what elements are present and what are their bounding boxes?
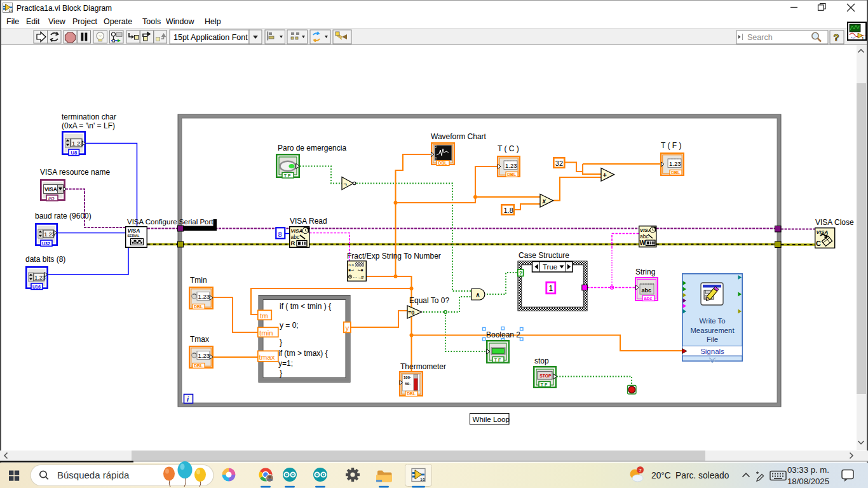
svg-text:T ( C ): T ( C )	[498, 144, 519, 153]
svg-text:y = 0;: y = 0;	[280, 321, 299, 330]
svg-text:C: C	[816, 240, 821, 247]
svg-text:Window: Window	[166, 17, 194, 26]
svg-text:if ( tm < tmin ) {: if ( tm < tmin ) {	[280, 302, 331, 311]
svg-text:VISA: VISA	[44, 186, 57, 193]
svg-text:1.8: 1.8	[504, 207, 513, 214]
svg-text:tm: tm	[260, 312, 268, 320]
svg-text:VISA resource name: VISA resource name	[40, 168, 110, 177]
svg-text:x: x	[542, 198, 546, 205]
svg-text:Paro de emergencia: Paro de emergencia	[278, 144, 346, 152]
svg-text:abc: abc	[644, 295, 653, 301]
svg-text:String: String	[635, 268, 655, 276]
svg-text:DBL: DBL	[507, 172, 516, 177]
svg-text:File: File	[6, 17, 19, 26]
svg-text:(0xA = '\n' = LF): (0xA = '\n' = LF)	[62, 121, 115, 130]
svg-text:1.23: 1.23	[34, 274, 46, 281]
svg-text:#: #	[361, 274, 364, 280]
svg-text:Measurement: Measurement	[690, 327, 735, 334]
svg-text:baud rate (9600): baud rate (9600)	[35, 212, 92, 220]
svg-text:DBL: DBL	[438, 161, 447, 165]
svg-text:Help: Help	[205, 17, 221, 26]
svg-text:?: ?	[834, 32, 839, 43]
svg-text:Tmin: Tmin	[190, 276, 207, 285]
svg-text:While Loop: While Loop	[473, 415, 510, 423]
svg-text:}: }	[280, 338, 282, 347]
svg-text:0: 0	[435, 156, 437, 160]
svg-text:tmin: tmin	[259, 329, 273, 337]
svg-text:VISA Close: VISA Close	[815, 218, 854, 227]
svg-text:8: 8	[278, 231, 282, 238]
svg-text:I/O: I/O	[48, 196, 55, 201]
svg-text:abc: abc	[642, 287, 652, 294]
svg-text:abc: abc	[291, 234, 300, 240]
svg-text:n.n: n.n	[349, 263, 354, 267]
svg-text:VISA: VISA	[817, 229, 829, 235]
svg-text:R: R	[291, 240, 295, 247]
svg-text:abc: abc	[640, 233, 649, 240]
svg-text:T F: T F	[284, 173, 291, 178]
svg-text:1.23: 1.23	[198, 293, 210, 300]
svg-text:↼■: ↼■	[358, 268, 363, 272]
svg-text:Waveform Chart: Waveform Chart	[431, 132, 487, 141]
svg-text:⋯→: ⋯→	[353, 275, 362, 280]
svg-text:data bits (8): data bits (8)	[25, 255, 65, 264]
svg-text:+: +	[603, 171, 607, 179]
svg-text:Tools: Tools	[142, 17, 161, 26]
svg-text:50-: 50-	[405, 382, 411, 386]
svg-text:2: 2	[435, 145, 437, 149]
svg-text:View: View	[48, 17, 66, 26]
svg-text:Búsqueda rápida: Búsqueda rápida	[57, 470, 130, 480]
svg-text:20°C: 20°C	[651, 471, 671, 480]
svg-text:T F: T F	[494, 358, 501, 362]
svg-text:U16: U16	[32, 285, 41, 289]
svg-text:if (tm > tmax) {: if (tm > tmax) {	[278, 349, 328, 358]
svg-text:32: 32	[555, 159, 563, 167]
svg-text:100-: 100-	[403, 376, 411, 379]
svg-text:U32: U32	[42, 241, 50, 246]
svg-text:y: y	[346, 324, 349, 332]
svg-text:=0: =0	[408, 309, 414, 316]
svg-text:Case Structure: Case Structure	[519, 251, 569, 260]
svg-text:1.23: 1.23	[198, 352, 210, 359]
svg-text:VISA: VISA	[128, 227, 140, 234]
svg-text:T ( F ): T ( F )	[661, 141, 681, 150]
svg-text:y=1;: y=1;	[278, 359, 293, 368]
svg-text:DBL: DBL	[194, 304, 203, 309]
svg-text:File: File	[707, 336, 718, 343]
svg-text:Thermometer: Thermometer	[400, 362, 446, 371]
svg-text:1.23: 1.23	[44, 231, 55, 238]
svg-text:?: ?	[519, 270, 523, 276]
svg-text:STOP: STOP	[539, 374, 552, 378]
svg-text:Parc. soleado: Parc. soleado	[675, 471, 729, 480]
svg-text:Practica1a.vi Block Diagram: Practica1a.vi Block Diagram	[17, 4, 112, 13]
svg-text:stop: stop	[534, 356, 549, 365]
svg-text:Write To: Write To	[699, 317, 725, 325]
svg-text:VISA Read: VISA Read	[290, 217, 327, 226]
svg-text:U8: U8	[71, 150, 78, 156]
svg-text:14: 14	[9, 9, 13, 13]
svg-text:Project: Project	[72, 17, 97, 26]
svg-text:18/08/2025: 18/08/2025	[787, 477, 829, 486]
svg-text:SERIAL: SERIAL	[128, 234, 140, 238]
svg-text:True: True	[543, 263, 557, 271]
svg-text:Operate: Operate	[104, 17, 132, 26]
svg-text:■⇀: ■⇀	[349, 268, 355, 272]
svg-text:Edit: Edit	[26, 17, 40, 26]
svg-text:VISA Configure Serial Port: VISA Configure Serial Port	[127, 218, 214, 226]
svg-text:03:33 p. m.: 03:33 p. m.	[787, 465, 829, 475]
svg-text:Tmax: Tmax	[190, 335, 209, 344]
svg-text:Equal To 0?: Equal To 0?	[409, 296, 449, 305]
svg-text:W: W	[640, 240, 646, 247]
svg-text:tmax: tmax	[259, 353, 275, 361]
svg-text:15pt Application Font: 15pt Application Font	[173, 33, 248, 42]
svg-text:termination char: termination char	[62, 112, 116, 121]
svg-text:DBL: DBL	[194, 363, 203, 368]
svg-text:DBL: DBL	[407, 391, 416, 396]
svg-text:Search: Search	[747, 33, 773, 42]
svg-text:1: 1	[862, 36, 865, 41]
svg-text:1.23: 1.23	[669, 160, 681, 167]
svg-text:VISA: VISA	[291, 228, 303, 234]
svg-text:1.23: 1.23	[505, 162, 517, 169]
svg-text:7: 7	[639, 468, 642, 473]
svg-text:1: 1	[549, 284, 553, 293]
